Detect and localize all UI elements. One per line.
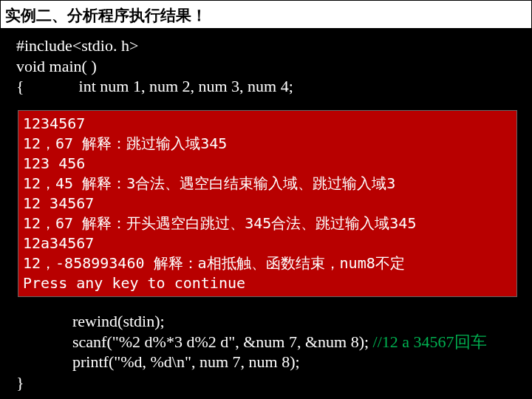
code-line: scanf("%2 d%*3 d%2 d", &num 7, &num 8); …: [16, 332, 519, 352]
code-line: #include<stdio. h>: [16, 35, 532, 56]
console-line: 12，-858993460 解释：a相抵触、函数结束，num8不定: [18, 253, 516, 273]
console-line: 123 456: [18, 154, 516, 174]
slide: 实例二、分析程序执行结果！ #include<stdio. h> void ma…: [0, 1, 532, 399]
console-line: Press any key to continue: [18, 273, 516, 296]
code-line: rewind(stdin);: [16, 311, 519, 332]
console-line: 1234567: [18, 111, 516, 134]
code-block-bottom: rewind(stdin); scanf("%2 d%*3 d%2 d", &n…: [16, 311, 519, 392]
code-decl: int num 1, num 2, num 3, num 4;: [79, 77, 293, 95]
code-call: scanf("%2 d%*3 d%2 d", &num 7, &num 8);: [72, 332, 373, 351]
code-brace: {: [16, 77, 24, 95]
slide-title: 实例二、分析程序执行结果！: [1, 1, 531, 28]
code-line: {int num 1, num 2, num 3, num 4;: [16, 76, 532, 97]
code-brace: }: [16, 372, 519, 393]
code-block-top: #include<stdio. h> void main( ) {int num…: [0, 28, 532, 97]
console-line: 12 34567: [18, 194, 516, 214]
console-line: 12，45 解释：3合法、遇空白结束输入域、跳过输入域3: [18, 174, 516, 194]
code-line: printf("%d, %d\n", num 7, num 8);: [16, 352, 519, 372]
console-output: 1234567 12，67 解释：跳过输入域345 123 456 12，45 …: [18, 110, 517, 297]
console-line: 12，67 解释：开头遇空白跳过、345合法、跳过输入域345: [18, 214, 516, 233]
code-comment: //12 a 34567回车: [373, 332, 487, 351]
console-line: 12a34567: [18, 233, 516, 253]
console-line: 12，67 解释：跳过输入域345: [18, 134, 516, 154]
code-line: void main( ): [16, 56, 532, 77]
